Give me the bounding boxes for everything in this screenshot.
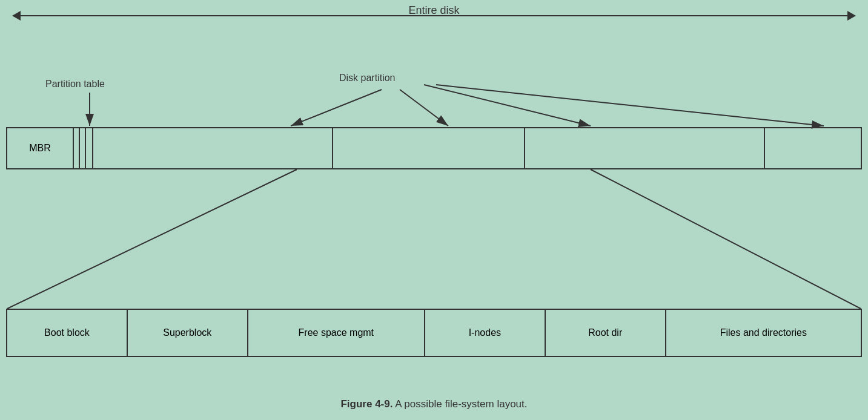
disk-partition-arrow-left xyxy=(291,90,382,126)
partition-table-label: Partition table xyxy=(45,79,105,90)
figure-number: Figure 4-9. xyxy=(340,398,393,410)
disk-segment-4 xyxy=(765,128,861,168)
entire-disk-row: Entire disk xyxy=(12,11,856,21)
zoom-line-left xyxy=(7,169,297,309)
disk-segment-1 xyxy=(93,128,333,168)
partition-table-lines xyxy=(74,128,93,168)
files-cell: Files and directories xyxy=(666,310,861,356)
disk-partition-label: Disk partition xyxy=(339,73,395,84)
figure-text: A possible file-system layout. xyxy=(393,398,527,410)
boot-block-cell: Boot block xyxy=(7,310,128,356)
arrow-left-head xyxy=(12,11,21,21)
disk-segment-3 xyxy=(525,128,765,168)
diagram-container: Entire disk Partition table Disk partiti… xyxy=(0,0,868,420)
entire-disk-arrow: Entire disk xyxy=(12,11,856,21)
arrow-line-body: Entire disk xyxy=(21,15,847,16)
disk-partition-arrow-far-right xyxy=(436,85,824,126)
free-space-cell: Free space mgmt xyxy=(248,310,425,356)
arrow-right-head xyxy=(847,11,856,21)
root-dir-cell: Root dir xyxy=(546,310,666,356)
inodes-cell: I-nodes xyxy=(425,310,546,356)
disk-partition-arrow-right xyxy=(424,85,591,126)
figure-caption: Figure 4-9. A possible file-system layou… xyxy=(0,398,868,410)
partition-detail-row: Boot block Superblock Free space mgmt I-… xyxy=(6,309,862,357)
disk-row: MBR xyxy=(6,127,862,169)
entire-disk-label: Entire disk xyxy=(408,4,459,17)
mbr-cell: MBR xyxy=(7,128,74,168)
disk-segment-2 xyxy=(333,128,525,168)
superblock-cell: Superblock xyxy=(128,310,248,356)
zoom-line-right xyxy=(591,169,861,309)
disk-partition-arrow-middle xyxy=(400,90,448,126)
